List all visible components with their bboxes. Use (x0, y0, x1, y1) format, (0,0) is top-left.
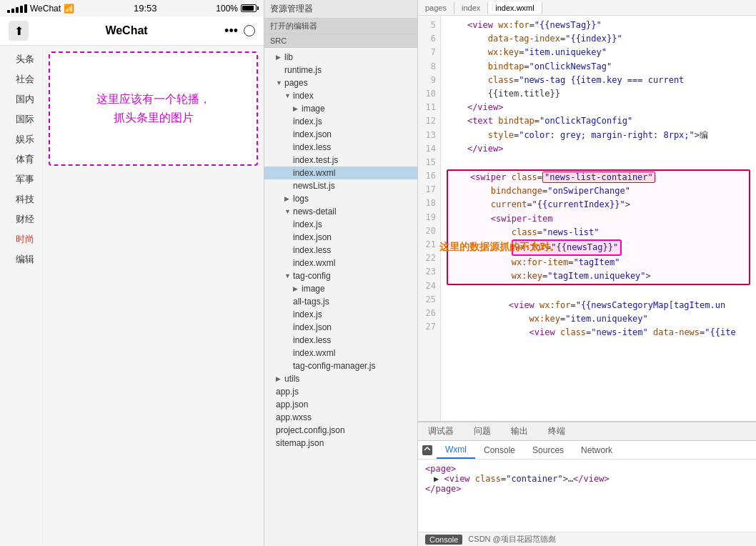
tree-image[interactable]: ▶ image (264, 102, 417, 115)
devtools-tab-terminal[interactable]: 终端 (538, 422, 575, 440)
signal-icon (7, 4, 27, 13)
tree-nd-index-js[interactable]: index.js (264, 218, 417, 231)
code-line-6: data-tag-index="{{index}}" (447, 32, 750, 46)
phone-status-bar: WeChat 📶 19:53 100% (0, 0, 264, 16)
code-view: 5 6 7 8 9 10 11 12 13 14 15 16 17 18 19 … (418, 16, 756, 421)
tag-国内[interactable]: 国内 (7, 91, 42, 107)
opened-editors-section: 打开的编辑器 (264, 19, 417, 34)
devtools-console-tab[interactable]: Console (425, 535, 462, 545)
file-panel-header: 资源管理器 (264, 0, 417, 19)
devtools-subtab-console[interactable]: Console (475, 441, 524, 459)
editor-breadcrumb: pages index index.wxml (418, 0, 756, 16)
tree-tc-index-wxml[interactable]: index.wxml (264, 347, 417, 359)
nav-actions: ••• (224, 24, 255, 39)
tree-runtime-js[interactable]: runtime.js (264, 64, 417, 76)
devtools-inspect-icon[interactable] (418, 441, 437, 459)
tree-tc-index-less[interactable]: index.less (264, 334, 417, 347)
tag-军事[interactable]: 军事 (7, 172, 42, 187)
code-line-22: wx:for-item="tagItem" (449, 256, 747, 269)
battery-pct: 100% (216, 4, 238, 14)
tree-tc-image[interactable]: ▶ image (264, 282, 417, 295)
tag-国际[interactable]: 国际 (7, 111, 42, 127)
tree-app-wxss[interactable]: app.wxss (264, 411, 417, 424)
tag-娱乐[interactable]: 娱乐 (7, 131, 42, 147)
breadcrumb-pages[interactable]: pages (418, 2, 454, 14)
devtools-tab-output[interactable]: 输出 (501, 422, 538, 440)
code-line-23: wx:key="tagItem.uniquekey"> (449, 269, 747, 283)
tree-nd-index-json[interactable]: index.json (264, 231, 417, 244)
devtools-sub-tabs: Wxml Console Sources Network (418, 441, 756, 460)
src-section: SRC (264, 34, 417, 48)
code-highlight-box: <swiper class="news-list-container" bind… (447, 169, 750, 285)
code-line-12: <text bindtap="onClickTagConfig" (447, 114, 750, 128)
tree-newslist-js[interactable]: newsList.js (264, 179, 417, 192)
tree-tag-config-manager-js[interactable]: tag-config-manager.js (264, 359, 417, 372)
phone-nav-title: WeChat (105, 24, 147, 37)
devtools-tab-issues[interactable]: 问题 (464, 422, 501, 440)
phone-nav-bar: ⬆ WeChat ••• (0, 16, 264, 46)
tree-index-json[interactable]: index.json (264, 128, 417, 141)
tree-app-json[interactable]: app.json (264, 398, 417, 411)
breadcrumb-index-wxml[interactable]: index.wxml (488, 2, 542, 14)
devtools-line-1: <page> (425, 464, 749, 474)
time-display: 19:53 (134, 3, 157, 14)
record-icon (244, 25, 255, 36)
tree-index-less[interactable]: index.less (264, 141, 417, 154)
devtools-tab-debugger[interactable]: 调试器 (418, 422, 464, 440)
tree-news-detail[interactable]: ▼ news-detail (264, 205, 417, 218)
code-line-24 (447, 285, 750, 299)
file-panel: 资源管理器 打开的编辑器 SRC ▶ lib runtime.js ▼ page… (264, 0, 418, 546)
tag-头条[interactable]: 头条 (7, 51, 42, 67)
code-line-11: </view> (447, 101, 750, 114)
more-icon: ••• (224, 24, 238, 39)
tree-tc-index-js[interactable]: index.js (264, 308, 417, 321)
breadcrumb-index[interactable]: index (454, 2, 488, 14)
tree-index-test-js[interactable]: index.test.js (264, 154, 417, 167)
cursor-icon: ⬆ (9, 21, 29, 41)
devtools-top-tabs: 调试器 问题 输出 终端 (418, 422, 756, 441)
status-left: WeChat 📶 (7, 4, 74, 14)
tree-index[interactable]: ▼ index (264, 89, 417, 102)
code-content: <view wx:for="{{newsTag}}" data-tag-inde… (441, 16, 756, 421)
tag-社会[interactable]: 社会 (7, 71, 42, 87)
devtools-subtab-sources[interactable]: Sources (524, 441, 572, 459)
tag-财经[interactable]: 财经 (7, 212, 42, 227)
tree-app-js[interactable]: app.js (264, 385, 417, 398)
editor-panel: pages index index.wxml 5 6 7 8 9 10 11 1… (418, 0, 756, 546)
code-line-16: <swiper class="news-list-container" (449, 171, 747, 184)
tag-编辑[interactable]: 编辑 (7, 252, 42, 267)
devtools-subtab-network[interactable]: Network (572, 441, 621, 459)
wifi-icon: 📶 (64, 4, 74, 14)
tag-时尚[interactable]: 时尚 (7, 232, 42, 247)
tree-index-js[interactable]: index.js (264, 115, 417, 128)
code-line-7: wx:key="item.uniquekey" (447, 46, 750, 59)
code-line-26: wx:key="item.uniquekey" (447, 312, 750, 326)
code-line-20: class="news-list" (449, 226, 747, 239)
phone-panel: WeChat 📶 19:53 100% ⬆ WeChat ••• 头条 社会 国… (0, 0, 264, 546)
tree-nd-index-less[interactable]: index.less (264, 244, 417, 257)
tree-all-tags-js[interactable]: all-tags.js (264, 295, 417, 308)
tag-体育[interactable]: 体育 (7, 152, 42, 167)
devtools-credit: CSDN @项目花园范德彪 (468, 534, 555, 545)
tag-科技[interactable]: 科技 (7, 192, 42, 207)
tree-lib[interactable]: ▶ lib (264, 51, 417, 64)
tree-utils[interactable]: ▶ utils (264, 372, 417, 385)
tree-nd-index-wxml[interactable]: index.wxml (264, 257, 417, 269)
code-line-25: <view wx:for="{{newsCategoryMap[tagItem.… (447, 299, 750, 312)
tree-tag-config[interactable]: ▼ tag-config (264, 269, 417, 282)
devtools-bottom-bar: Console CSDN @项目花园范德彪 (418, 532, 756, 546)
code-line-5: <view wx:for="{{newsTag}}" (447, 19, 750, 32)
devtools-content: <page> ▶ <view class="container">…</view… (418, 460, 756, 532)
tree-tc-index-json[interactable]: index.json (264, 321, 417, 334)
tree-sitemap-json[interactable]: sitemap.json (264, 437, 417, 450)
tree-pages[interactable]: ▼ pages (264, 76, 417, 89)
network-label: WeChat (30, 4, 61, 14)
code-line-13: style="color: grey; margin-right: 8rpx;"… (447, 129, 750, 142)
devtools-panel: 调试器 问题 输出 终端 Wxml Console Sources Networ… (418, 421, 756, 546)
status-right: 100% (216, 4, 257, 14)
news-banner: 这里应该有一个轮播，抓头条里的图片 (49, 51, 258, 166)
tree-index-wxml[interactable]: index.wxml (264, 167, 417, 179)
devtools-subtab-wxml[interactable]: Wxml (437, 441, 475, 459)
tree-project-config-json[interactable]: project.config.json (264, 424, 417, 437)
tree-logs[interactable]: ▶ logs (264, 192, 417, 205)
